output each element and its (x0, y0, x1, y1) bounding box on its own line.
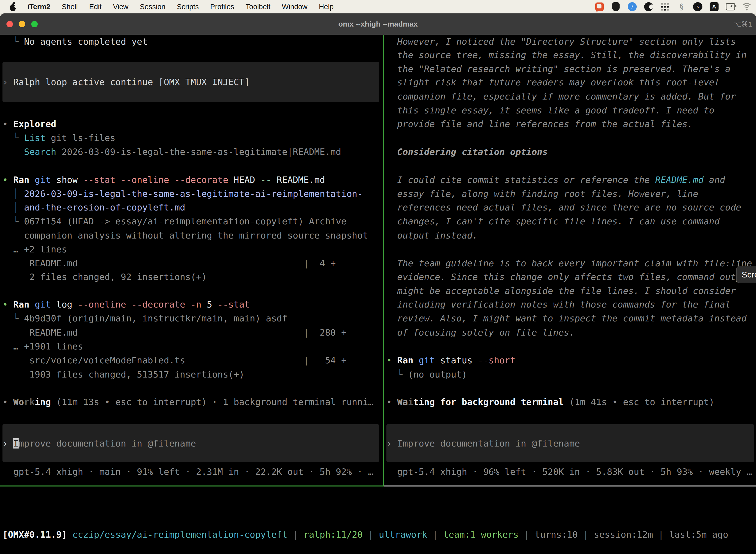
left-pane[interactable]: └ No agents completed yet › Ralph loop a… (2, 35, 383, 486)
menu-item-view[interactable]: View (113, 3, 128, 11)
terminal-line: … +2 lines (2, 242, 67, 257)
terminal-line: review. Also, I might want to inspect th… (386, 312, 747, 325)
menu-item-session[interactable]: Session (140, 3, 166, 11)
inject-banner-text: › Ralph loop active continue [OMX_TMUX_I… (2, 75, 250, 89)
dots-grid-icon[interactable] (660, 2, 670, 11)
terminal-line: evidence. Since this change only affects… (386, 270, 752, 284)
terminal-line: └ 067f154 (HEAD -> essay/ai-reimplementa… (2, 214, 346, 228)
menu-item-window[interactable]: Window (282, 3, 307, 11)
window-shortcut-badge: ⌥⌘1 (733, 13, 752, 35)
window-title-bar[interactable]: omx --xhigh --madmax ⌥⌘1 (0, 13, 756, 35)
terminal-line: └ 4b9d30f (origin/main, instructkr/main,… (2, 312, 288, 325)
terminal-line: I could cite commit statistics or refere… (386, 173, 725, 187)
terminal-line: … +1901 lines (2, 340, 83, 353)
right-pane[interactable]: However, I noticed the "Directory Struct… (384, 35, 756, 486)
prompt-input-text[interactable]: › Improve documentation in @filename (386, 437, 580, 450)
battery-percent-badge[interactable]: ..61 (693, 2, 702, 11)
terminal-line: including verification notes with those … (386, 297, 731, 312)
battery-icon[interactable] (726, 2, 735, 11)
menu-bar: iTerm2 Shell Edit View Session Scripts P… (0, 0, 756, 13)
terminal-line: the source tree, missing the essay. Stil… (386, 48, 747, 62)
menu-item-help[interactable]: Help (319, 3, 334, 11)
menu-status-icons: § ..61 A (595, 0, 752, 13)
blue-lightning-icon[interactable] (628, 2, 637, 11)
screen-tooltip-text: Scre (742, 270, 756, 279)
terminal-line: └ (no output) (386, 368, 467, 382)
menu-item-scripts[interactable]: Scripts (177, 3, 199, 11)
crescent-icon[interactable] (644, 2, 653, 11)
terminal-line: output instead. (386, 229, 478, 242)
terminal-line: However, I noticed the "Directory Struct… (386, 35, 736, 49)
terminal-line: └ No agents completed yet (2, 35, 147, 49)
terminal-line: README.md | 4 + (2, 257, 336, 270)
terminal-line: │ and-the-erosion-of-copyleft.md (2, 201, 185, 214)
terminal-line: essay file, along with finding root file… (386, 187, 698, 201)
terminal-line: │ 2026-03-09-is-legal-the-same-as-legiti… (2, 187, 363, 201)
terminal-line: this single essay, it seems like a good … (386, 104, 714, 117)
prompt-input-text[interactable]: › Improve documentation in @filename (2, 437, 196, 450)
menu-items: iTerm2 Shell Edit View Session Scripts P… (27, 3, 334, 11)
terminal-line: might be acceptable alongside the file l… (386, 284, 736, 298)
terminal-line: companion file, especially if more comme… (386, 90, 736, 104)
waiting-status-line: • Waiting for background terminal (1m 41… (386, 395, 714, 409)
window-title: omx --xhigh --madmax (0, 13, 756, 35)
terminal-line: • Ran git show --stat --oneline --decora… (2, 173, 325, 187)
apple-menu-icon[interactable] (9, 2, 17, 12)
terminal-line: • Ran git status --short (386, 353, 515, 367)
wifi-icon[interactable] (742, 2, 752, 11)
menu-item-shell[interactable]: Shell (62, 3, 78, 11)
terminal-line: the "Related research writing" section i… (386, 62, 731, 76)
terminal-line: • Explored (2, 117, 56, 131)
menu-item-profiles[interactable]: Profiles (210, 3, 234, 11)
thinking-heading: Considering citation options (386, 145, 548, 159)
terminal-line: README.md | 280 + (2, 326, 346, 340)
omx-session-status-line: [OMX#0.11.9] cczip/essay/ai-reimplementa… (2, 528, 728, 542)
terminal-line: changes, I can't cite specific file line… (386, 214, 720, 228)
terminal-line: provide file and line references from th… (386, 117, 693, 131)
menu-item-edit[interactable]: Edit (89, 3, 102, 11)
terminal: └ No agents completed yet › Ralph loop a… (0, 35, 756, 554)
input-source-icon[interactable]: A (709, 2, 719, 11)
model-status-line: gpt-5.4 xhigh · 96% left · 520K in · 5.8… (386, 465, 752, 479)
screen-tooltip: Scre (736, 266, 756, 283)
shield-grid-icon[interactable] (611, 2, 621, 11)
screen-recording-indicator-icon[interactable] (595, 2, 604, 11)
s-curve-icon[interactable]: § (677, 2, 686, 11)
inactive-pane-border (384, 486, 756, 487)
terminal-line: slight risk that future readers may over… (386, 75, 720, 89)
terminal-line: 2 files changed, 92 insertions(+) (2, 270, 207, 284)
terminal-line: The team guideline is to back every impo… (386, 257, 752, 270)
terminal-line: • Ran git log --oneline --decorate -n 5 … (2, 297, 250, 312)
terminal-line: companion analysis without altering the … (2, 229, 368, 242)
terminal-line: references need actual files, and since … (386, 201, 741, 214)
terminal-line: of focusing solely on file lines. (386, 326, 575, 340)
model-status-line: gpt-5.4 xhigh · main · 91% left · 2.31M … (2, 465, 374, 479)
menu-item-iterm2[interactable]: iTerm2 (27, 3, 50, 11)
menu-item-toolbelt[interactable]: Toolbelt (246, 3, 270, 11)
terminal-line: Search 2026-03-09-is-legal-the-same-as-l… (2, 145, 341, 159)
working-status-line: • Working (11m 13s • esc to interrupt) ·… (2, 395, 374, 409)
terminal-line: src/voice/voiceModeEnabled.ts | 54 + (2, 353, 346, 367)
terminal-line: └ List git ls-files (2, 131, 115, 145)
active-pane-border (0, 486, 384, 487)
terminal-line: 1903 files changed, 513517 insertions(+) (2, 368, 244, 382)
